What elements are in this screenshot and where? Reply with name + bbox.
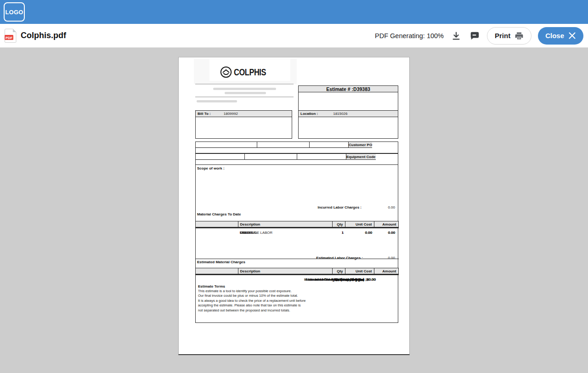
incurred-labor-line: Incurred Labor Charges : 0.00 <box>196 205 398 210</box>
estimated-material-header: Description Qty Unit Cost Amount <box>195 268 399 275</box>
terms-line: Our final invoice could be plus or minus… <box>198 294 331 298</box>
location-value: 1815026 <box>333 112 347 116</box>
terms-line: This estimate is a tool to identify your… <box>198 289 331 294</box>
download-icon <box>451 31 461 41</box>
column-header: Equipment Code <box>346 154 376 160</box>
estimate-terms: Estimate Terms This estimate is a tool t… <box>198 284 331 313</box>
brand-name: COLPHIS <box>234 67 266 78</box>
svg-text:PDF: PDF <box>6 36 12 40</box>
pdf-file-icon: PDF <box>5 28 17 43</box>
equipment-table: Manufacturer Model Serial Number Equipme… <box>195 153 398 165</box>
column-header <box>196 268 238 274</box>
bill-to-box: Bill To : 1809992 <box>195 110 292 139</box>
terms-line: accepting the estimate. Please also note… <box>198 303 331 308</box>
close-icon <box>568 32 576 40</box>
comment-button[interactable] <box>469 30 481 42</box>
redacted-line <box>213 88 276 90</box>
column-header: Qty <box>333 221 345 227</box>
divider <box>195 96 294 97</box>
app-header: LOGO <box>0 0 588 24</box>
column-header: Amount <box>374 268 398 274</box>
terms-line: not separated out between the proposed a… <box>198 308 331 313</box>
terms-line: It is always a good idea to check the pr… <box>198 299 331 303</box>
equipment-table-empty-row <box>196 154 346 159</box>
column-header <box>196 221 238 227</box>
column-header: Description <box>238 221 333 227</box>
pdf-toolbar: PDF Colphis.pdf PDF Generating: 100% Pri… <box>0 24 588 48</box>
colphis-logo-icon <box>220 66 232 78</box>
estimate-body: Scope of work : Incurred Labor Charges :… <box>195 164 398 323</box>
redacted-line <box>225 92 266 94</box>
estimate-number-box: Estimate # :D39383 <box>298 85 398 111</box>
comment-icon <box>469 31 480 41</box>
download-button[interactable] <box>450 30 462 42</box>
column-header: Qty <box>333 268 345 274</box>
column-header: Amount <box>374 221 398 227</box>
contact-table-empty-row <box>196 142 349 147</box>
estimate-number-header: Estimate # :D39383 <box>299 86 398 92</box>
pdf-page: COLPHIS Estimate # :D39383 Bill To : 180… <box>178 57 410 355</box>
contact-table: Requested By Approved By Phone Customer … <box>195 141 398 153</box>
bill-to-label: Bill To : <box>198 112 211 116</box>
toolbar-actions: PDF Generating: 100% Print <box>375 27 583 45</box>
location-label: Location : <box>300 112 318 116</box>
summary-row-total: Estimated Total : $0.00 <box>196 276 379 283</box>
estimate-number: Estimate # :D39383 <box>299 86 398 92</box>
incurred-labor-value: 0.00 <box>362 205 398 209</box>
column-header: Description <box>238 268 333 274</box>
scope-of-work-label: Scope of work : <box>197 166 225 170</box>
redacted-line <box>197 100 237 102</box>
close-button[interactable]: Close <box>538 27 583 45</box>
estimated-material-title: Estimated Material Charges <box>197 260 245 264</box>
estimated-labor-label: Estimated Labor Charges : <box>196 256 363 260</box>
pdf-viewer-canvas[interactable]: COLPHIS Estimate # :D39383 Bill To : 180… <box>0 48 588 373</box>
column-header: Unit Cost <box>345 268 374 274</box>
incurred-labor-label: Incurred Labor Charges : <box>196 205 362 209</box>
column-header: Unit Cost <box>345 221 374 227</box>
print-label: Print <box>495 32 510 40</box>
pdf-generating-status: PDF Generating: 100% <box>375 32 444 40</box>
divider <box>195 84 294 85</box>
print-button[interactable]: Print <box>487 27 531 45</box>
location-header: Location : 1815026 <box>299 111 398 117</box>
estimated-labor-value: 0.00 <box>363 256 398 260</box>
bill-to-value: 1809992 <box>224 112 238 116</box>
divider <box>195 259 399 260</box>
file-info: PDF Colphis.pdf <box>5 28 66 43</box>
close-label: Close <box>545 32 564 40</box>
logo-button[interactable]: LOGO <box>4 2 25 22</box>
material-charges-header: Description Qty Unit Cost Amount <box>195 221 399 228</box>
material-charges-title: Material Charges To Date <box>197 212 241 216</box>
column-header: Customer PO <box>349 142 372 148</box>
location-box: Location : 1815026 <box>298 110 398 139</box>
bill-to-header: Bill To : 1809992 <box>196 111 292 117</box>
table-row: TRAVEL 1 0.00 0.00 <box>196 230 397 236</box>
printer-icon <box>514 31 524 40</box>
estimate-terms-title: Estimate Terms <box>198 284 331 288</box>
document-title: Colphis.pdf <box>21 31 66 40</box>
